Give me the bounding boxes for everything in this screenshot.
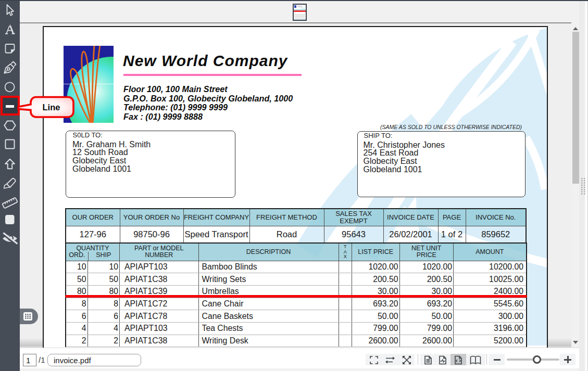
svg-text:Line: Line — [43, 103, 60, 112]
